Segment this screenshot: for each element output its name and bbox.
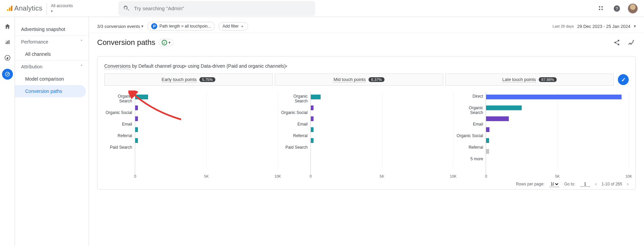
bar[interactable] <box>486 105 522 110</box>
svg-point-14 <box>7 74 8 75</box>
insights-icon[interactable] <box>626 38 636 47</box>
category-label: Organic Search <box>455 105 483 115</box>
category-label: Organic Search <box>280 94 308 103</box>
chart-area: 05K10K <box>310 92 453 176</box>
x-tick: 5K <box>204 174 209 178</box>
sidebar-all-channels[interactable]: All channels <box>15 48 89 60</box>
sidebar-conversion-paths[interactable]: Conversion paths <box>15 85 86 97</box>
date-range-picker[interactable]: Last 28 days 29 Dec 2023 - 25 Jan 2024 ▾ <box>553 24 636 29</box>
card-header: Conversions by Default channel group usi… <box>104 63 629 69</box>
chart-mid-touch-points: Organic SearchOrganic SocialEmailReferra… <box>280 87 453 176</box>
rail-explore-icon[interactable] <box>3 53 12 63</box>
bar[interactable] <box>135 127 138 132</box>
plus-icon: ＋ <box>240 23 244 29</box>
rail-home-icon[interactable] <box>3 22 12 31</box>
main-content: 3/3 conversion events ▾ PPath length = a… <box>89 17 644 246</box>
category-label: Organic Social <box>455 133 483 138</box>
bar[interactable] <box>135 95 148 99</box>
category-label: Direct <box>455 94 483 99</box>
chart-area: 05K10K <box>486 92 629 176</box>
chart-area: 05K10K <box>135 92 278 176</box>
svg-rect-5 <box>599 9 600 10</box>
svg-rect-1 <box>9 7 10 11</box>
help-icon[interactable]: ? <box>612 4 622 13</box>
chevron-down-icon: ▾ <box>634 24 636 29</box>
top-bar: Analytics All accounts ▾ ? <box>0 0 644 17</box>
bar[interactable] <box>311 138 314 143</box>
model-select[interactable]: Data-driven (Paid and organic channels) <box>201 63 288 69</box>
category-label: Organic Social <box>104 110 132 115</box>
rows-per-page-label: Rows per page: <box>516 182 544 186</box>
sidebar-performance-section[interactable]: Performance ˄ <box>15 35 89 48</box>
charts-row: Organic SearchOrganic SocialEmailReferra… <box>104 87 629 176</box>
bar[interactable] <box>311 95 321 99</box>
x-tick: 5K <box>555 174 559 178</box>
bar[interactable] <box>311 105 314 110</box>
filter-row: 3/3 conversion events ▾ PPath length = a… <box>89 17 644 33</box>
channel-group-select[interactable]: Default channel group <box>138 63 186 69</box>
status-chip[interactable]: ▾ <box>159 39 174 46</box>
filter-badge-p-icon: P <box>151 23 157 29</box>
conversions-card: Conversions by Default channel group usi… <box>97 56 636 190</box>
svg-rect-10 <box>7 41 8 44</box>
rail-advertising-icon[interactable] <box>2 69 13 80</box>
account-selector[interactable]: All accounts ▾ <box>47 3 77 14</box>
conversion-events-select[interactable]: 3/3 conversion events ▾ <box>97 24 143 29</box>
tab-mid-touch[interactable]: Mid touch points6.37% <box>275 73 443 86</box>
x-tick: 0 <box>310 174 312 178</box>
svg-point-15 <box>633 40 634 41</box>
svg-text:?: ? <box>615 6 618 11</box>
paginator: Rows per page: 10 Go to: ‹ 1-10 of 265 › <box>516 181 629 187</box>
bar[interactable] <box>311 116 314 121</box>
side-panel: Advertising snapshot Performance ˄ All c… <box>15 17 89 246</box>
bar[interactable] <box>486 149 489 154</box>
category-label: Paid Search <box>104 145 132 150</box>
chevron-up-icon: ˄ <box>80 64 83 69</box>
apps-icon[interactable] <box>596 4 606 13</box>
apply-check-icon[interactable]: ✓ <box>618 74 629 85</box>
chart-late-touch-points: DirectOrganic SearchEmailOrganic SocialR… <box>455 87 629 176</box>
bar[interactable] <box>135 138 138 143</box>
category-label: Email <box>280 122 308 127</box>
bar[interactable] <box>486 116 509 121</box>
svg-rect-3 <box>599 6 600 7</box>
search-icon <box>123 5 130 12</box>
check-circle-icon <box>162 40 167 45</box>
page-next-icon[interactable]: › <box>627 181 629 187</box>
goto-input[interactable] <box>580 182 590 187</box>
sidebar-attribution-label: Attribution <box>21 64 42 69</box>
category-label: 5 more <box>455 157 483 161</box>
path-length-filter[interactable]: PPath length = all touchpoin... <box>147 22 215 31</box>
date-range-text: 29 Dec 2023 - 25 Jan 2024 <box>577 24 630 29</box>
tab-late-touch[interactable]: Late touch points87.88% <box>445 73 614 86</box>
bar[interactable] <box>486 127 489 132</box>
rows-per-page-select[interactable]: 10 <box>549 181 559 187</box>
sidebar-attribution-section[interactable]: Attribution ˄ <box>15 60 89 73</box>
ga-logo[interactable]: Analytics <box>6 4 42 12</box>
sidebar-performance-label: Performance <box>21 39 48 45</box>
bar[interactable] <box>486 138 489 143</box>
category-label: Organic Social <box>280 110 308 115</box>
top-right: ? <box>596 3 638 14</box>
tab-early-touch[interactable]: Early touch points5.75% <box>104 73 273 86</box>
category-label: Paid Search <box>280 145 308 150</box>
x-tick: 0 <box>134 174 136 178</box>
bar[interactable] <box>135 116 138 121</box>
page-prev-icon[interactable]: ‹ <box>595 181 597 187</box>
share-icon[interactable] <box>612 38 622 47</box>
bar[interactable] <box>311 127 314 132</box>
bar[interactable] <box>486 95 622 99</box>
chart-category-labels: Organic SearchOrganic SocialEmailReferra… <box>104 92 135 176</box>
rail-reports-icon[interactable] <box>3 37 12 47</box>
metric-conversions[interactable]: Conversions <box>104 63 131 69</box>
add-filter-button[interactable]: Add filter＋ <box>219 22 248 31</box>
search-box[interactable] <box>118 1 315 16</box>
date-label: Last 28 days <box>553 24 574 28</box>
sidebar-model-comparison[interactable]: Model comparison <box>15 73 89 85</box>
avatar[interactable] <box>628 3 638 14</box>
svg-rect-4 <box>602 6 603 7</box>
search-input[interactable] <box>134 5 310 11</box>
bar[interactable] <box>135 105 138 110</box>
page-title: Conversion paths <box>97 38 155 47</box>
sidebar-snapshot[interactable]: Advertising snapshot <box>15 23 89 35</box>
